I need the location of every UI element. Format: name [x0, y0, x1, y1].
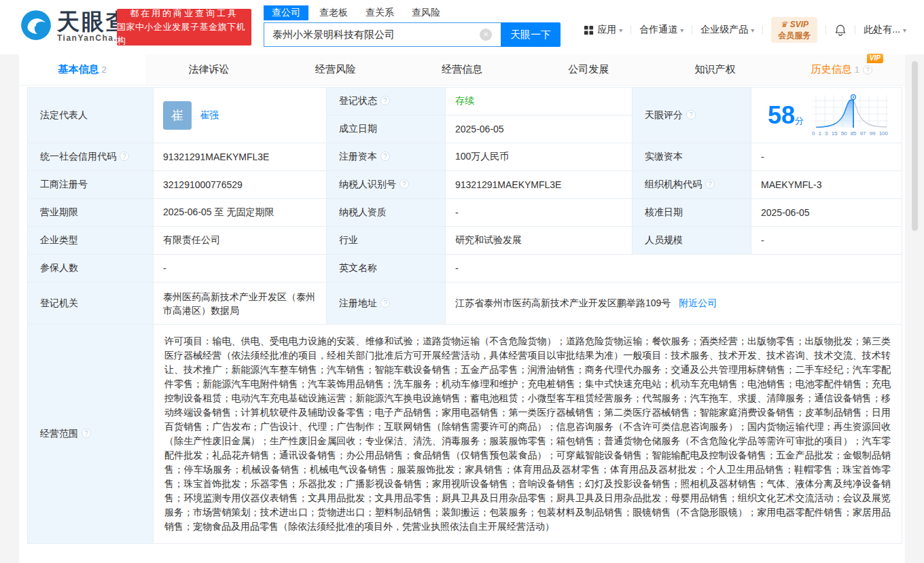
tab-operation-risk[interactable]: 经营风险	[272, 54, 399, 85]
apps-grid-icon	[584, 25, 594, 35]
slogan-line1: 都在用的商业查询工具	[130, 7, 238, 20]
field-value-credit-code: 91321291MAEKYMFL3E	[154, 143, 327, 171]
field-value-english-name: -	[446, 255, 902, 283]
page: 天眼查 TianYanCha.com 都在用的商业查询工具 国家中小企业发展子基…	[0, 0, 924, 563]
help-icon[interactable]: ?	[380, 96, 390, 105]
field-value-taxpayer-quality: -	[446, 199, 633, 227]
field-label-score: 天眼评分	[645, 109, 683, 120]
field-value-business-scope: 许可项目：输电、供电、受电电力设施的安装、维修和试验；道路货物运输（不含危险货物…	[154, 325, 902, 544]
section-tabbar: 基本信息 2 法律诉讼 经营风险 经营信息 公司发展 知识产权 历史信息 1 ?…	[19, 54, 905, 86]
clear-icon[interactable]: ×	[480, 29, 492, 41]
field-value-taxpayer-id: 91321291MAEKYMFL3E	[446, 171, 633, 199]
tab-history-info[interactable]: 历史信息 1 ? VIP	[779, 54, 905, 85]
field-value-reg-address: 江苏省泰州市医药高新技术产业开发区鹏举路109号	[455, 297, 671, 308]
status-badge: 存续	[455, 95, 474, 106]
tab-intellectual-property[interactable]: 知识产权	[652, 54, 778, 85]
field-value-org-code: MAEKYMFL-3	[751, 171, 902, 199]
search-tabs: 查公司 查老板 查关系 查风险	[264, 5, 561, 20]
help-icon[interactable]: ?	[380, 151, 390, 161]
search-tab-company[interactable]: 查公司	[264, 5, 308, 20]
tab-legal-litigation[interactable]: 法律诉讼	[145, 54, 272, 85]
legal-rep-link[interactable]: 崔强	[200, 109, 219, 122]
field-label-taxpayer-quality: 纳税人资质	[327, 199, 446, 227]
tianyancha-logo-icon	[19, 8, 53, 45]
nearby-companies-link[interactable]: 附近公司	[679, 297, 717, 308]
avatar[interactable]: 崔	[163, 101, 192, 130]
field-label-reg-status: 登记状态	[339, 95, 377, 106]
nav-enterprise[interactable]: 企业级产品 ▾	[700, 24, 754, 36]
help-icon[interactable]: ?	[120, 151, 129, 161]
score-value: 58	[768, 101, 795, 129]
slogan-line2: 国家中小企业发展子基金旗下机构	[117, 20, 251, 48]
field-label-paid-capital: 实缴资本	[633, 143, 751, 171]
field-label-org-code: 组织机构代码	[645, 179, 702, 189]
crown-icon: ♛	[781, 20, 788, 29]
field-value-reg-number: 321291000776529	[154, 171, 327, 199]
tab-operation-info[interactable]: 经营信息	[399, 54, 525, 85]
field-value-company-type: 有限责任公司	[154, 227, 327, 255]
tab-count: 2	[102, 65, 107, 75]
tab-count: 1	[855, 65, 859, 75]
nav-more[interactable]: 此处有... ▾	[864, 24, 906, 36]
field-label-reg-number: 工商注册号	[28, 171, 154, 199]
help-icon[interactable]: ?	[380, 298, 390, 308]
field-value-reg-capital: 100万人民币	[446, 143, 633, 171]
tab-basic-info[interactable]: 基本信息 2	[19, 54, 145, 85]
notification-bell-icon[interactable]	[834, 23, 847, 37]
field-value-reg-authority: 泰州医药高新技术产业开发区（泰州市高港区）数据局	[154, 283, 327, 325]
tab-company-development[interactable]: 公司发展	[525, 54, 652, 85]
field-label-insured-count: 参保人数	[28, 255, 154, 283]
score-axis-labels: 01 315 5085 9799 100	[812, 130, 888, 137]
field-value-business-term: 2025-06-05 至 无固定期限	[154, 199, 327, 227]
field-value-insured-count: -	[154, 255, 327, 283]
field-label-business-scope: 经营范围	[40, 428, 78, 439]
vip-tag: VIP	[867, 54, 883, 63]
field-label-taxpayer-id: 纳税人识别号	[339, 179, 396, 189]
company-info-table: 法定代表人 崔 崔强 登记状态? 存续 天眼评分? 58分	[27, 87, 902, 544]
field-label-approval-date: 核准日期	[633, 199, 751, 227]
nav-cooperation[interactable]: 合作通道 ▾	[639, 24, 683, 36]
field-label-legal-rep: 法定代表人	[28, 88, 154, 143]
search-button[interactable]: 天眼一下	[501, 22, 561, 47]
tianyan-score: 58分	[761, 91, 896, 139]
help-icon[interactable]: ?	[686, 110, 696, 120]
help-icon[interactable]: ?	[82, 429, 91, 438]
field-label-reg-authority: 登记机关	[28, 283, 154, 325]
svip-member-badge[interactable]: ♛ SVIP 会员服务	[771, 17, 817, 43]
help-icon[interactable]: ?	[399, 179, 409, 189]
score-distribution-chart: 01 315 5085 9799 100	[812, 94, 889, 137]
scrollbar-thumb[interactable]	[912, 61, 918, 231]
help-icon[interactable]: ?	[705, 179, 715, 189]
top-nav: 应用 ▾ 合作通道 ▾ 企业级产品 ▾ ♛ SVIP 会员服务	[584, 16, 906, 43]
search-tab-risk[interactable]: 查风险	[412, 7, 440, 19]
field-label-company-type: 企业类型	[28, 227, 154, 255]
field-value-industry: 研究和试验发展	[446, 227, 633, 255]
chevron-down-icon: ▾	[903, 26, 906, 34]
search-tab-boss[interactable]: 查老板	[319, 7, 348, 19]
field-label-reg-address: 注册地址	[339, 297, 377, 308]
chevron-down-icon: ▾	[680, 26, 683, 34]
field-label-staff-size: 人员规模	[633, 227, 751, 255]
brand-slogan: 都在用的商业查询工具 国家中小企业发展子基金旗下机构	[117, 9, 251, 46]
search-area: 查公司 查老板 查关系 查风险 天眼一下 ×	[264, 5, 561, 47]
search-input[interactable]	[264, 22, 501, 47]
page-gutter-left	[0, 54, 19, 563]
field-value-establish-date: 2025-06-05	[446, 115, 633, 143]
header: 天眼查 TianYanCha.com 都在用的商业查询工具 国家中小企业发展子基…	[0, 0, 924, 54]
nav-apps[interactable]: 应用 ▾	[584, 24, 622, 36]
chevron-down-icon: ▾	[619, 26, 622, 34]
help-icon[interactable]: ?	[863, 65, 872, 75]
field-value-paid-capital: -	[751, 143, 902, 171]
field-label-business-term: 营业期限	[28, 199, 154, 227]
search-tab-relation[interactable]: 查关系	[366, 7, 394, 19]
field-label-industry: 行业	[327, 227, 446, 255]
field-label-credit-code: 统一社会信用代码	[40, 151, 116, 162]
chevron-down-icon: ▾	[751, 26, 754, 34]
field-label-reg-capital: 注册资本	[339, 151, 377, 162]
field-value-approval-date: 2025-06-05	[751, 199, 902, 227]
field-label-establish-date: 成立日期	[327, 115, 446, 143]
field-value-staff-size: -	[751, 227, 902, 255]
field-label-english-name: 英文名称	[327, 255, 446, 283]
